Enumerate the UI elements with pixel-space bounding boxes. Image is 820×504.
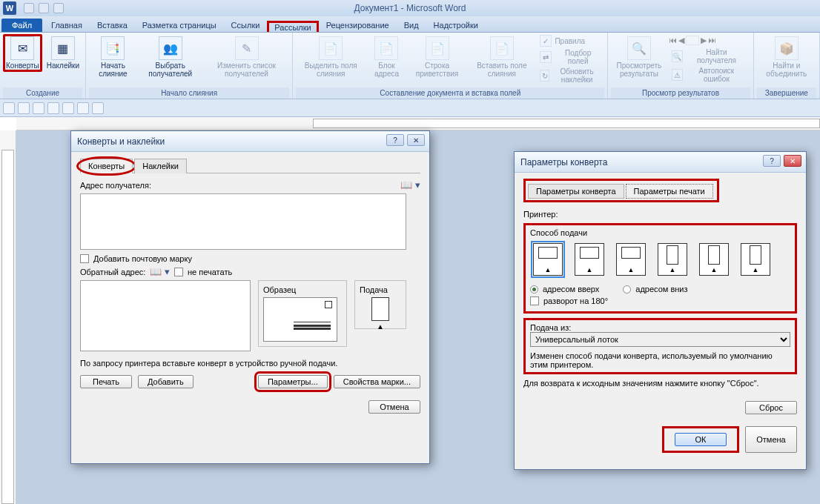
group-label-start: Начало слияния: [89, 87, 289, 99]
rules-button: ✓Правила: [537, 34, 604, 47]
match-icon: ⇄: [540, 51, 552, 63]
tray-label: Подача из:: [530, 323, 790, 332]
feed-opt-4[interactable]: [658, 243, 687, 276]
sample-label: Образец: [263, 285, 342, 294]
dialog1-title: Конверты и наклейки: [77, 136, 165, 147]
feed-label: Подача: [360, 285, 401, 294]
qat-preview-icon[interactable]: [77, 102, 89, 114]
return-address-label: Обратный адрес:: [80, 268, 145, 276]
nav-first-icon: ⏮: [669, 36, 677, 45]
feed-opt-1[interactable]: [533, 243, 563, 276]
recipient-address-input[interactable]: [80, 193, 406, 250]
address-down-radio[interactable]: [623, 285, 631, 294]
dialog1-title-bar: Конверты и наклейки ? ✕: [71, 131, 429, 152]
dialog2-tab-envelope[interactable]: Параметры конверта: [528, 184, 624, 199]
nav-next-icon: ▶: [701, 36, 707, 45]
qat-save2-icon[interactable]: [33, 102, 44, 114]
feed-method-label: Способ подачи: [530, 228, 790, 237]
return-address-input[interactable]: [80, 280, 251, 351]
return-book-icon[interactable]: 📖 ▾: [150, 266, 170, 277]
errors-icon: ⚠: [672, 69, 684, 81]
dialog1-tabs: Конверты Наклейки: [80, 158, 420, 173]
dialog2-title: Параметры конверта: [520, 157, 607, 168]
group-label-create: Создание: [3, 87, 82, 99]
dialog2-tab-print[interactable]: Параметры печати: [626, 184, 713, 199]
preview-icon: 🔍: [627, 36, 651, 60]
ok-button[interactable]: ОК: [675, 433, 727, 446]
qat-redo-icon[interactable]: [53, 3, 64, 13]
qat-print-icon[interactable]: [62, 102, 74, 114]
tab-review[interactable]: Рецензирование: [319, 19, 397, 32]
group-label-preview: Просмотр результатов: [611, 87, 750, 99]
stamp-props-button[interactable]: Свойства марки...: [334, 375, 420, 388]
add-button[interactable]: Добавить: [138, 375, 194, 388]
tab-layout[interactable]: Разметка страницы: [135, 19, 224, 32]
tab-insert[interactable]: Вставка: [90, 19, 135, 32]
feed-opt-3[interactable]: [616, 243, 646, 276]
dialog2-help-icon[interactable]: ?: [763, 155, 781, 167]
feed-opt-2[interactable]: [575, 243, 604, 276]
no-print-checkbox[interactable]: [174, 268, 183, 276]
select-recipients-button[interactable]: 👥 Выбрать получателей: [139, 34, 202, 80]
dialog1-help-icon[interactable]: ?: [386, 134, 404, 146]
ruler-vertical: [0, 130, 16, 504]
qat-new-icon[interactable]: [3, 102, 15, 114]
dialog2-title-bar: Параметры конверта ? ✕: [515, 152, 806, 173]
labels-button[interactable]: ▦ Наклейки: [44, 34, 82, 72]
dialog1-close-icon[interactable]: ✕: [407, 134, 425, 146]
add-stamp-checkbox[interactable]: [80, 254, 89, 263]
address-up-radio[interactable]: [530, 285, 538, 294]
dialog1-tab-envelopes[interactable]: Конверты: [80, 159, 133, 173]
feed-opt-5[interactable]: [699, 243, 729, 276]
tab-addins[interactable]: Надстройки: [426, 19, 486, 32]
address-book-icon[interactable]: 📖 ▾: [400, 179, 420, 190]
address-down-label: адресом вниз: [635, 285, 687, 294]
recipients-icon: 👥: [159, 36, 182, 60]
highlight-fields-button: 📄 Выделить поля слияния: [296, 34, 366, 80]
dialog1-cancel-button[interactable]: Отмена: [368, 400, 420, 414]
tray-select[interactable]: Универсальный лоток: [530, 332, 790, 347]
feed-preview-icon[interactable]: [371, 297, 389, 321]
envelopes-dialog: Конверты и наклейки ? ✕ Конверты Наклейк…: [70, 130, 430, 464]
word-icon: W: [3, 1, 16, 15]
labels-icon: ▦: [51, 36, 75, 60]
feed-opt-6[interactable]: [741, 243, 770, 276]
qat-open-icon[interactable]: [18, 102, 30, 114]
print-button[interactable]: Печать: [80, 375, 132, 388]
qat-mail-icon[interactable]: [47, 102, 59, 114]
match-fields-button: ⇄Подбор полей: [537, 48, 604, 66]
reset-button[interactable]: Сброс: [745, 401, 797, 414]
rules-icon: ✓: [540, 35, 552, 47]
envelopes-button[interactable]: ✉ Конверты: [3, 34, 42, 72]
finish-icon: 📦: [775, 36, 798, 60]
qat-save-icon[interactable]: [24, 3, 34, 13]
window-title: Документ1 - Microsoft Word: [354, 3, 466, 13]
tab-file[interactable]: Файл: [1, 19, 42, 32]
rotate-180-checkbox[interactable]: [530, 296, 539, 305]
qat-spell-icon[interactable]: [92, 102, 104, 114]
group-label-finish: Завершение: [757, 87, 816, 99]
envelope-preview[interactable]: [263, 297, 337, 342]
dialog2-close-icon[interactable]: ✕: [784, 155, 801, 167]
group-start-merge: 📑 Начать слияние 👥 Выбрать получателей ✎…: [86, 33, 293, 99]
dialog1-tab-labels[interactable]: Наклейки: [134, 159, 187, 173]
preview-results-button: 🔍 Просмотреть результаты: [611, 34, 667, 80]
dialog2-note2: Для возврата к исходным значениям нажмит…: [523, 379, 797, 388]
ruler-horizontal: [16, 117, 820, 130]
dialog1-hint: По запросу принтера вставьте конверт в у…: [80, 359, 420, 368]
dialog2-note1: Изменен способ подачи конверта, использу…: [530, 351, 790, 369]
recipient-address-label: Адрес получателя:: [80, 181, 151, 190]
qat-undo-icon[interactable]: [39, 3, 49, 13]
quick-access-toolbar: [24, 3, 64, 13]
params-button[interactable]: Параметры...: [258, 375, 328, 388]
greeting-line-button: 📄 Строка приветствия: [408, 34, 466, 80]
tab-mailings[interactable]: Рассылки: [267, 21, 318, 32]
tab-view[interactable]: Вид: [397, 19, 426, 32]
update-labels-button: ↻Обновить наклейки: [537, 67, 604, 84]
address-block-button: 📄 Блок адреса: [367, 34, 406, 80]
tab-references[interactable]: Ссылки: [224, 19, 268, 32]
start-merge-button[interactable]: 📑 Начать слияние: [89, 34, 137, 80]
tab-home[interactable]: Главная: [44, 19, 90, 32]
dialog2-cancel-button[interactable]: Отмена: [745, 426, 797, 453]
title-bar: W Документ1 - Microsoft Word: [0, 0, 820, 16]
